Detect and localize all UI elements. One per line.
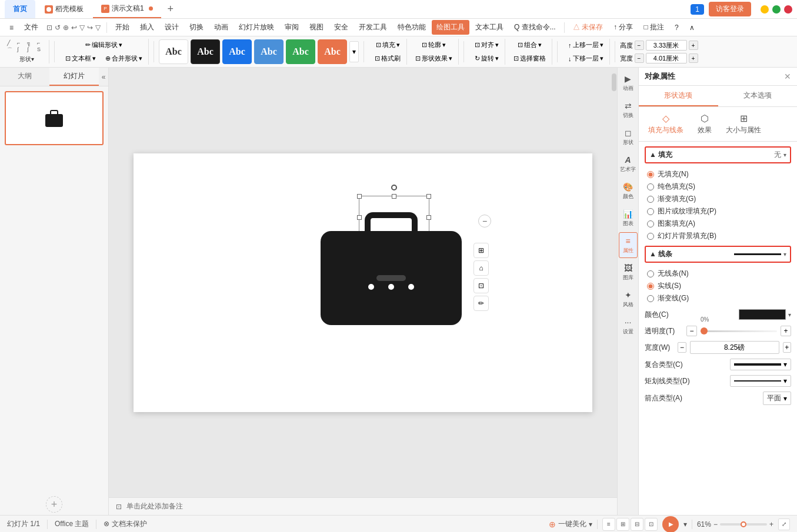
shape-3[interactable]: ╗	[27, 40, 36, 46]
tab-active-doc[interactable]: P 演示文稿1	[93, 0, 161, 18]
float-home-btn[interactable]: ⌂	[473, 260, 489, 276]
rotate-handle[interactable]	[391, 185, 397, 190]
line-section-header[interactable]: ▲ 线条 ▾	[645, 246, 791, 263]
beautify-btn[interactable]: ⊕ 一键美化 ▾	[549, 519, 592, 529]
picture-fill-radio[interactable]	[647, 208, 654, 215]
handle-tr[interactable]	[426, 194, 431, 199]
style-btn-black[interactable]: Abc	[191, 39, 220, 64]
menu-security[interactable]: 安全	[329, 20, 353, 35]
up-layer-btn[interactable]: ↑ 上移一层 ▾	[565, 39, 607, 51]
view-normal-btn[interactable]: ≡	[602, 518, 615, 531]
canvas-scroll[interactable]: − ⊞ ⌂ ⊡ ✏	[109, 68, 617, 497]
down-layer-btn[interactable]: ↓ 下移一层 ▾	[565, 52, 607, 65]
play-slideshow-btn[interactable]: ▶	[662, 516, 679, 533]
vertical-scrollbar[interactable]	[611, 68, 617, 497]
menu-search[interactable]: Q 查找命令...	[509, 20, 561, 35]
text-frame-btn[interactable]: ⊡ 文本框 ▾	[62, 52, 99, 65]
rail-props-btn[interactable]: ≡ 属性	[619, 232, 638, 258]
zoom-minus-btn[interactable]: −	[713, 520, 718, 528]
rail-artword-btn[interactable]: A 艺术字	[619, 151, 638, 177]
menu-special[interactable]: 特色功能	[393, 20, 431, 35]
add-slide-button[interactable]: +	[46, 496, 62, 513]
height-input[interactable]	[646, 40, 687, 51]
shape-tool[interactable]: ╱ ⌐ ╗ ⌐ ⌒ ∫ ∫ S 形状▾	[7, 40, 46, 63]
float-frame-btn[interactable]: ⊡	[473, 278, 489, 293]
collapse-panel-btn[interactable]: «	[99, 68, 108, 86]
add-tab-button[interactable]: +	[162, 1, 179, 18]
menu-view[interactable]: 视图	[305, 20, 328, 35]
size-props-subtab[interactable]: ⊞ 大小与属性	[721, 111, 766, 138]
group-btn[interactable]: ⊡ 组合 ▾	[514, 39, 545, 51]
merge-shape-btn[interactable]: ⊕ 合并形状 ▾	[102, 52, 146, 65]
play-dropdown[interactable]: ▾	[683, 520, 687, 528]
view-outline-btn[interactable]: ⊟	[631, 518, 643, 531]
height-plus-btn[interactable]: +	[689, 41, 698, 50]
batch-btn[interactable]: □ 批注	[639, 20, 669, 35]
rail-shape-btn[interactable]: ◻ 形状	[619, 124, 638, 150]
width-input[interactable]	[690, 341, 779, 354]
menu-icon[interactable]: ≡	[5, 21, 18, 34]
rail-style-btn[interactable]: ✦ 风格	[619, 286, 638, 312]
login-button[interactable]: 访客登录	[709, 2, 751, 16]
briefcase-shape[interactable]	[321, 231, 462, 325]
float-layers-btn[interactable]: ⊞	[473, 243, 489, 258]
style-btn-orange[interactable]: Abc	[318, 39, 347, 64]
color-swatch[interactable]: ▾	[739, 309, 791, 320]
menu-start[interactable]: 开始	[111, 20, 134, 35]
width-plus-btn[interactable]: +	[689, 53, 698, 63]
undo2-icon[interactable]: ↪	[87, 24, 93, 32]
effects-subtab[interactable]: ⬡ 效果	[693, 111, 716, 138]
menu-animation[interactable]: 动画	[209, 20, 233, 35]
handle-tl[interactable]	[357, 194, 362, 199]
maximize-button[interactable]	[772, 5, 781, 14]
transparency-plus-btn[interactable]: +	[781, 326, 791, 336]
view-readmode-btn[interactable]: ⊡	[645, 518, 658, 531]
width-plus-btn[interactable]: +	[783, 342, 791, 353]
no-line-radio[interactable]	[647, 270, 654, 277]
help-btn[interactable]: ?	[670, 21, 683, 34]
new-icon[interactable]: ⊡	[46, 24, 52, 32]
minimize-button[interactable]	[761, 5, 769, 14]
shape-4[interactable]: ⌐	[37, 40, 46, 46]
dropdown-icon[interactable]: ▽	[79, 24, 85, 32]
tab-home[interactable]: 首页	[5, 0, 35, 18]
shape-7[interactable]: ∫	[27, 46, 36, 54]
share-btn[interactable]: ↑ 分享	[609, 20, 638, 35]
menu-text-tools[interactable]: 文本工具	[471, 20, 508, 35]
close-button[interactable]	[784, 5, 792, 14]
transparency-minus-btn[interactable]: −	[686, 326, 697, 336]
handle-ml[interactable]	[357, 215, 362, 220]
dropdown2-icon[interactable]: ▽	[95, 24, 101, 32]
zoom-plus-btn[interactable]: +	[769, 520, 773, 528]
shape-effect-btn[interactable]: ⊡ 形状效果 ▾	[412, 52, 456, 65]
fill-line-subtab[interactable]: ◇ 填充与线条	[643, 111, 688, 138]
rail-color-btn[interactable]: 🎨 颜色	[619, 178, 638, 204]
handle-mr[interactable]	[426, 215, 431, 220]
shape-1[interactable]: ╱	[7, 40, 16, 46]
shape-options-tab[interactable]: 形状选项	[639, 86, 718, 106]
rail-settings-btn[interactable]: ··· 设置	[619, 313, 638, 339]
menu-file[interactable]: 文件	[19, 20, 43, 35]
print-icon[interactable]: ⊕	[63, 24, 69, 32]
style-btn-green[interactable]: Abc	[286, 39, 315, 64]
menu-switch[interactable]: 切换	[185, 20, 208, 35]
handle-tm[interactable]	[392, 194, 396, 199]
float-edit-btn[interactable]: ✏	[473, 296, 489, 311]
slide-canvas[interactable]: − ⊞ ⌂ ⊡ ✏	[134, 153, 592, 412]
shape-8[interactable]: S	[37, 46, 46, 54]
shape-2[interactable]: ⌐	[17, 40, 26, 46]
rail-animation-btn[interactable]: ▶ 动画	[619, 70, 638, 96]
rotate-btn[interactable]: ↻ 旋转 ▾	[471, 52, 502, 65]
shape-5[interactable]: ⌒	[7, 46, 16, 54]
tab-template[interactable]: 稻壳模板	[36, 0, 92, 18]
no-fill-radio[interactable]	[647, 171, 654, 178]
redo-icon[interactable]: ↩	[71, 24, 77, 32]
pattern-fill-radio[interactable]	[647, 220, 654, 227]
gradient-line-radio[interactable]	[647, 295, 654, 302]
rail-transition-btn[interactable]: ⇄ 切换	[619, 97, 638, 123]
dash-type-select[interactable]: ▾	[730, 375, 791, 387]
collapse-menu-btn[interactable]: ∧	[685, 21, 699, 34]
arrow-type-select[interactable]: 平面 ▾	[763, 392, 791, 405]
outline-tab[interactable]: 大纲	[0, 68, 49, 86]
rail-chart-btn[interactable]: 📊 图表	[619, 205, 638, 231]
